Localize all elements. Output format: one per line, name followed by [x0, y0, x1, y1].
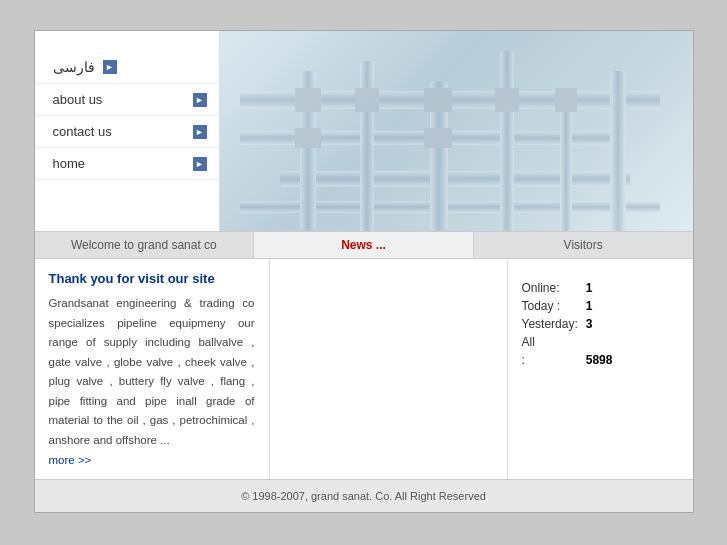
nav-label-farsi: فارسی — [53, 59, 95, 75]
sidebar-item-contact-us[interactable]: contact us ► — [35, 116, 219, 148]
footer: © 1998-2007, grand sanat. Co. All Right … — [35, 479, 693, 512]
today-value: 1 — [586, 297, 621, 315]
nav-label-about-us: about us — [53, 92, 103, 107]
banner-inner — [220, 31, 693, 231]
all-value: 5898 — [586, 351, 621, 369]
nav-arrow-contact-us: ► — [193, 125, 207, 139]
online-label: Online: — [522, 279, 586, 297]
sidebar-item-about-us[interactable]: about us ► — [35, 84, 219, 116]
svg-rect-15 — [295, 128, 321, 148]
svg-rect-11 — [355, 88, 379, 112]
col-welcome: Thank you for visit our site Grandsanat … — [35, 259, 270, 479]
visitors-row-all-value: : 5898 — [522, 351, 621, 369]
col-news — [270, 259, 508, 479]
svg-rect-7 — [500, 51, 514, 231]
welcome-heading: Thank you for visit our site — [49, 271, 255, 286]
online-value: 1 — [586, 279, 621, 297]
nav-arrow-farsi: ► — [103, 60, 117, 74]
svg-rect-10 — [295, 88, 321, 112]
more-link[interactable]: more >> — [49, 454, 255, 466]
visitors-table: Online: 1 Today : 1 Yesterday: 3 All — [522, 279, 621, 369]
svg-rect-16 — [424, 128, 452, 148]
nav-arrow-about-us: ► — [193, 93, 207, 107]
visitors-row-online: Online: 1 — [522, 279, 621, 297]
tab-bar: Welcome to grand sanat co News ... Visit… — [35, 232, 693, 259]
col-visitors: Online: 1 Today : 1 Yesterday: 3 All — [508, 259, 693, 479]
svg-rect-14 — [555, 88, 577, 112]
main-window: ► فارسی about us ► contact us ► home ► — [34, 30, 694, 513]
content-columns: Thank you for visit our site Grandsanat … — [35, 259, 693, 479]
svg-rect-2 — [280, 171, 630, 187]
sidebar-item-home[interactable]: home ► — [35, 148, 219, 180]
today-label: Today : — [522, 297, 586, 315]
banner — [220, 31, 693, 231]
svg-rect-5 — [360, 61, 374, 231]
svg-rect-9 — [610, 71, 626, 231]
yesterday-label: Yesterday: — [522, 315, 586, 333]
tab-welcome[interactable]: Welcome to grand sanat co — [35, 232, 255, 258]
yesterday-value: 3 — [586, 315, 621, 333]
svg-rect-13 — [495, 88, 519, 112]
footer-text: © 1998-2007, grand sanat. Co. All Right … — [241, 490, 486, 502]
welcome-body: Grandsanat engineering & trading co spec… — [49, 294, 255, 450]
nav-label-contact-us: contact us — [53, 124, 112, 139]
visitors-row-today: Today : 1 — [522, 297, 621, 315]
svg-rect-12 — [424, 88, 452, 112]
tab-news[interactable]: News ... — [254, 232, 474, 258]
all-sub — [586, 333, 621, 351]
tab-visitors[interactable]: Visitors — [474, 232, 693, 258]
main-content: Welcome to grand sanat co News ... Visit… — [35, 231, 693, 479]
all-sub-label: : — [522, 351, 586, 369]
header: ► فارسی about us ► contact us ► home ► — [35, 31, 693, 231]
nav-label-home: home — [53, 156, 86, 171]
sidebar-nav: ► فارسی about us ► contact us ► home ► — [35, 31, 220, 231]
sidebar-item-farsi[interactable]: ► فارسی — [35, 51, 219, 84]
visitors-row-all: All — [522, 333, 621, 351]
all-label: All — [522, 333, 586, 351]
nav-arrow-home: ► — [193, 157, 207, 171]
visitors-row-yesterday: Yesterday: 3 — [522, 315, 621, 333]
